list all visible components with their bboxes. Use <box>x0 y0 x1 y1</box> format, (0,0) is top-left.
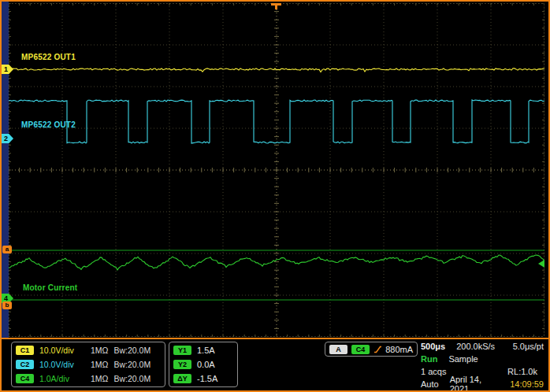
ch4-bandwidth: Bw:20.0M <box>113 374 151 383</box>
ch4-waveform-label: Motor Current <box>23 283 77 292</box>
cursor-y2-badge[interactable]: Y2 <box>173 360 191 369</box>
trigger-mode-badge[interactable]: A <box>329 345 347 354</box>
rising-edge-icon <box>373 345 381 354</box>
trigger-source-badge[interactable]: C4 <box>351 345 370 354</box>
ch4-badge[interactable]: C4 <box>16 374 34 383</box>
trigger-level-value: 880mA <box>385 345 413 354</box>
time-text: 14:09:59 <box>510 379 544 389</box>
trigger-mode-status: Auto <box>421 379 439 389</box>
ch4-readout-row[interactable]: C4 1.0A/div 1MΩ Bw:20.0M <box>12 372 165 386</box>
trigger-readout-box[interactable]: A C4 880mA <box>325 342 418 357</box>
ch2-scale: 10.0V/div <box>39 360 85 369</box>
cursor-a-marker[interactable]: a <box>2 246 12 253</box>
cursor-delta-value: -1.5A <box>197 374 217 383</box>
cursor-b-marker[interactable]: b <box>2 301 12 309</box>
trigger-readout-row: A C4 880mA <box>325 342 417 356</box>
horizontal-settings-row[interactable]: 500μs 200.0kS/s 5.0μs/pt <box>421 340 544 353</box>
cursor-delta-badge[interactable]: ΔY <box>173 374 191 383</box>
readout-bar: C1 10.0V/div 1MΩ Bw:20.0M C2 10.0V/div 1… <box>2 339 548 390</box>
channel-readouts-box: C1 10.0V/div 1MΩ Bw:20.0M C2 10.0V/div 1… <box>11 342 165 387</box>
cursor-y1-value: 1.5A <box>197 346 215 355</box>
ch1-badge[interactable]: C1 <box>16 346 34 355</box>
ch2-waveform-label: MP6522 OUT2 <box>21 120 76 129</box>
run-status: Run <box>421 354 437 364</box>
ch1-waveform-label: MP6522 OUT1 <box>21 53 76 61</box>
cursor-y1-badge[interactable]: Y1 <box>173 346 191 355</box>
cursor-y2-value: 0.0A <box>197 360 215 369</box>
record-length: RL:1.0k <box>507 367 537 376</box>
horizontal-acquisition-block: 500μs 200.0kS/s 5.0μs/pt Run Sample 1 ac… <box>421 340 544 390</box>
acquisition-state-row[interactable]: Run Sample <box>421 353 544 365</box>
oscilloscope-screen: MP6522 OUT1 MP6522 OUT2 Motor Current 1 … <box>0 0 550 392</box>
cursor-y1-row[interactable]: Y1 1.5A <box>169 343 237 357</box>
ch1-readout-row[interactable]: C1 10.0V/div 1MΩ Bw:20.0M <box>12 343 165 357</box>
ch2-impedance: 1MΩ <box>91 360 108 369</box>
ch1-scale: 10.0V/div <box>39 346 85 355</box>
ch2-readout-row[interactable]: C2 10.0V/div 1MΩ Bw:20.0M <box>12 357 165 372</box>
ch4-impedance: 1MΩ <box>91 374 108 383</box>
sample-rate-value: 200.0kS/s <box>456 342 495 351</box>
ch4-scale: 1.0A/div <box>39 374 85 383</box>
trigger-level-icon <box>538 260 544 268</box>
cursor-delta-row[interactable]: ΔY -1.5A <box>169 372 237 386</box>
ch2-badge[interactable]: C2 <box>16 360 34 369</box>
waveform-display <box>9 3 544 337</box>
ch1-bandwidth: Bw:20.0M <box>113 346 151 355</box>
trigger-position-icon <box>271 3 281 9</box>
date-text: April 14, 2021 <box>450 375 500 392</box>
ch2-bandwidth: Bw:20.0M <box>113 360 151 369</box>
status-row: Auto April 14, 2021 14:09:59 <box>421 378 544 390</box>
acquisition-count: 1 acqs <box>421 367 446 376</box>
graticule: MP6522 OUT1 MP6522 OUT2 Motor Current <box>9 3 544 337</box>
cursor-readouts-box: Y1 1.5A Y2 0.0A ΔY -1.5A <box>169 342 238 387</box>
timebase-value: 500μs <box>421 342 445 351</box>
left-rail <box>2 2 9 390</box>
acquisition-mode: Sample <box>448 354 478 364</box>
ch1-impedance: 1MΩ <box>91 346 108 355</box>
resolution-value: 5.0μs/pt <box>513 342 544 351</box>
cursor-y2-row[interactable]: Y2 0.0A <box>169 357 237 372</box>
